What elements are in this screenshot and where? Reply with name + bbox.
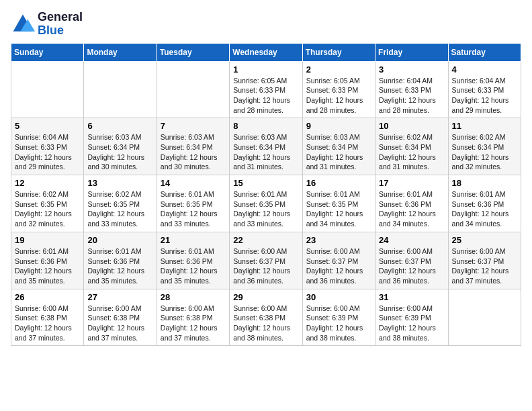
calendar-cell: 7Sunrise: 6:03 AM Sunset: 6:34 PM Daylig… (157, 118, 229, 175)
day-number: 22 (233, 235, 298, 245)
day-info: Sunrise: 6:04 AM Sunset: 6:33 PM Dayligh… (15, 132, 80, 172)
day-info: Sunrise: 6:00 AM Sunset: 6:37 PM Dayligh… (233, 246, 298, 286)
calendar-cell: 23Sunrise: 6:00 AM Sunset: 6:37 PM Dayli… (302, 232, 375, 289)
day-info: Sunrise: 6:00 AM Sunset: 6:39 PM Dayligh… (306, 304, 371, 343)
day-info: Sunrise: 6:01 AM Sunset: 6:35 PM Dayligh… (233, 189, 298, 229)
day-number: 9 (306, 121, 371, 131)
calendar-cell: 4Sunrise: 6:04 AM Sunset: 6:33 PM Daylig… (448, 61, 521, 118)
calendar-cell: 22Sunrise: 6:00 AM Sunset: 6:37 PM Dayli… (230, 232, 302, 289)
day-number: 12 (15, 178, 80, 188)
header-wednesday: Wednesday (230, 43, 302, 61)
calendar-cell: 5Sunrise: 6:04 AM Sunset: 6:33 PM Daylig… (11, 118, 84, 175)
day-info: Sunrise: 6:02 AM Sunset: 6:34 PM Dayligh… (452, 132, 517, 172)
calendar-cell: 8Sunrise: 6:03 AM Sunset: 6:34 PM Daylig… (230, 118, 302, 175)
day-number: 31 (379, 292, 444, 302)
calendar-cell: 21Sunrise: 6:01 AM Sunset: 6:36 PM Dayli… (157, 232, 229, 289)
day-info: Sunrise: 6:04 AM Sunset: 6:33 PM Dayligh… (379, 76, 444, 116)
calendar-cell: 13Sunrise: 6:02 AM Sunset: 6:35 PM Dayli… (84, 175, 157, 232)
day-number: 28 (161, 292, 226, 302)
calendar-cell: 24Sunrise: 6:00 AM Sunset: 6:37 PM Dayli… (375, 232, 448, 289)
calendar-cell (84, 61, 157, 118)
day-info: Sunrise: 6:01 AM Sunset: 6:36 PM Dayligh… (15, 246, 80, 286)
day-number: 24 (379, 235, 444, 245)
calendar-cell: 18Sunrise: 6:01 AM Sunset: 6:36 PM Dayli… (448, 175, 521, 232)
day-info: Sunrise: 6:00 AM Sunset: 6:39 PM Dayligh… (379, 304, 444, 343)
day-number: 5 (15, 121, 80, 131)
logo-text: General Blue (38, 11, 83, 38)
day-info: Sunrise: 6:02 AM Sunset: 6:35 PM Dayligh… (15, 189, 80, 229)
header-thursday: Thursday (302, 43, 375, 61)
week-row-5: 26Sunrise: 6:00 AM Sunset: 6:38 PM Dayli… (11, 289, 521, 346)
header-sunday: Sunday (11, 43, 84, 61)
week-row-1: 1Sunrise: 6:05 AM Sunset: 6:33 PM Daylig… (11, 61, 521, 118)
page-header: General Blue (11, 11, 521, 38)
day-number: 26 (15, 292, 80, 302)
calendar-cell (11, 61, 84, 118)
day-number: 16 (306, 178, 371, 188)
calendar-cell: 9Sunrise: 6:03 AM Sunset: 6:34 PM Daylig… (302, 118, 375, 175)
day-info: Sunrise: 6:01 AM Sunset: 6:36 PM Dayligh… (379, 189, 444, 229)
calendar-cell: 11Sunrise: 6:02 AM Sunset: 6:34 PM Dayli… (448, 118, 521, 175)
calendar-cell: 30Sunrise: 6:00 AM Sunset: 6:39 PM Dayli… (302, 289, 375, 346)
day-info: Sunrise: 6:05 AM Sunset: 6:33 PM Dayligh… (306, 76, 371, 116)
calendar-cell: 17Sunrise: 6:01 AM Sunset: 6:36 PM Dayli… (375, 175, 448, 232)
calendar-cell: 28Sunrise: 6:00 AM Sunset: 6:38 PM Dayli… (157, 289, 229, 346)
day-info: Sunrise: 6:00 AM Sunset: 6:37 PM Dayligh… (379, 246, 444, 286)
day-number: 13 (87, 178, 152, 188)
day-info: Sunrise: 6:00 AM Sunset: 6:38 PM Dayligh… (15, 304, 80, 343)
day-number: 18 (452, 178, 517, 188)
day-number: 8 (233, 121, 298, 131)
day-info: Sunrise: 6:00 AM Sunset: 6:37 PM Dayligh… (306, 246, 371, 286)
calendar-cell: 1Sunrise: 6:05 AM Sunset: 6:33 PM Daylig… (230, 61, 302, 118)
day-number: 1 (233, 64, 298, 75)
day-info: Sunrise: 6:03 AM Sunset: 6:34 PM Dayligh… (87, 132, 152, 172)
logo-icon (11, 12, 35, 36)
day-info: Sunrise: 6:02 AM Sunset: 6:35 PM Dayligh… (87, 189, 152, 229)
calendar-cell: 19Sunrise: 6:01 AM Sunset: 6:36 PM Dayli… (11, 232, 84, 289)
calendar-cell: 27Sunrise: 6:00 AM Sunset: 6:38 PM Dayli… (84, 289, 157, 346)
day-info: Sunrise: 6:01 AM Sunset: 6:36 PM Dayligh… (452, 189, 517, 229)
header-tuesday: Tuesday (157, 43, 229, 61)
day-number: 15 (233, 178, 298, 188)
calendar-cell: 31Sunrise: 6:00 AM Sunset: 6:39 PM Dayli… (375, 289, 448, 346)
calendar-cell: 20Sunrise: 6:01 AM Sunset: 6:36 PM Dayli… (84, 232, 157, 289)
header-friday: Friday (375, 43, 448, 61)
day-info: Sunrise: 6:03 AM Sunset: 6:34 PM Dayligh… (306, 132, 371, 172)
day-info: Sunrise: 6:01 AM Sunset: 6:36 PM Dayligh… (87, 246, 152, 286)
calendar-cell: 16Sunrise: 6:01 AM Sunset: 6:35 PM Dayli… (302, 175, 375, 232)
day-number: 2 (306, 64, 371, 75)
calendar-cell: 12Sunrise: 6:02 AM Sunset: 6:35 PM Dayli… (11, 175, 84, 232)
day-info: Sunrise: 6:05 AM Sunset: 6:33 PM Dayligh… (233, 76, 298, 116)
calendar-cell: 29Sunrise: 6:00 AM Sunset: 6:38 PM Dayli… (230, 289, 302, 346)
day-number: 29 (233, 292, 298, 302)
day-info: Sunrise: 6:03 AM Sunset: 6:34 PM Dayligh… (233, 132, 298, 172)
calendar-cell: 15Sunrise: 6:01 AM Sunset: 6:35 PM Dayli… (230, 175, 302, 232)
calendar-cell (448, 289, 521, 346)
calendar-table: SundayMondayTuesdayWednesdayThursdayFrid… (11, 43, 521, 347)
day-number: 20 (87, 235, 152, 245)
day-info: Sunrise: 6:00 AM Sunset: 6:38 PM Dayligh… (87, 304, 152, 343)
week-row-3: 12Sunrise: 6:02 AM Sunset: 6:35 PM Dayli… (11, 175, 521, 232)
calendar-header-row: SundayMondayTuesdayWednesdayThursdayFrid… (11, 43, 521, 61)
day-number: 19 (15, 235, 80, 245)
day-info: Sunrise: 6:00 AM Sunset: 6:37 PM Dayligh… (452, 246, 517, 286)
calendar-cell: 6Sunrise: 6:03 AM Sunset: 6:34 PM Daylig… (84, 118, 157, 175)
header-saturday: Saturday (448, 43, 521, 61)
calendar-cell: 3Sunrise: 6:04 AM Sunset: 6:33 PM Daylig… (375, 61, 448, 118)
day-number: 3 (379, 64, 444, 75)
week-row-2: 5Sunrise: 6:04 AM Sunset: 6:33 PM Daylig… (11, 118, 521, 175)
day-info: Sunrise: 6:01 AM Sunset: 6:36 PM Dayligh… (161, 246, 226, 286)
calendar-cell: 10Sunrise: 6:02 AM Sunset: 6:34 PM Dayli… (375, 118, 448, 175)
day-info: Sunrise: 6:03 AM Sunset: 6:34 PM Dayligh… (161, 132, 226, 172)
calendar-cell (157, 61, 229, 118)
calendar-cell: 25Sunrise: 6:00 AM Sunset: 6:37 PM Dayli… (448, 232, 521, 289)
day-number: 17 (379, 178, 444, 188)
calendar-cell: 14Sunrise: 6:01 AM Sunset: 6:35 PM Dayli… (157, 175, 229, 232)
day-info: Sunrise: 6:00 AM Sunset: 6:38 PM Dayligh… (233, 304, 298, 343)
day-number: 10 (379, 121, 444, 131)
day-number: 21 (161, 235, 226, 245)
day-info: Sunrise: 6:01 AM Sunset: 6:35 PM Dayligh… (161, 189, 226, 229)
week-row-4: 19Sunrise: 6:01 AM Sunset: 6:36 PM Dayli… (11, 232, 521, 289)
day-number: 14 (161, 178, 226, 188)
logo: General Blue (11, 11, 83, 38)
